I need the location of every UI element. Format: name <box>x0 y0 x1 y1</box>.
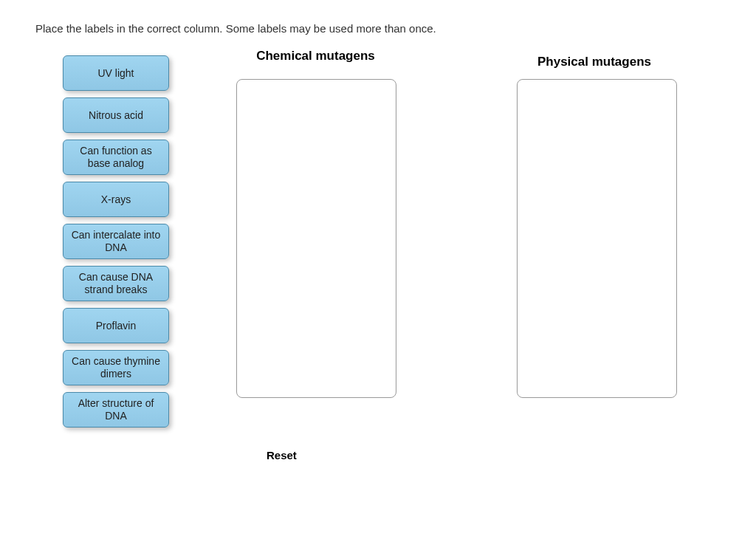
label-proflavin[interactable]: Proflavin <box>63 308 169 343</box>
label-alter-structure-dna[interactable]: Alter structure of DNA <box>63 392 169 428</box>
label-nitrous-acid[interactable]: Nitrous acid <box>63 97 169 133</box>
column-header-chemical: Chemical mutagens <box>236 49 395 63</box>
drop-zone-physical[interactable] <box>517 79 677 398</box>
label-dna-strand-breaks[interactable]: Can cause DNA strand breaks <box>63 266 169 301</box>
instructions-text: Place the labels in the correct column. … <box>35 22 436 35</box>
label-intercalate-dna[interactable]: Can intercalate into DNA <box>63 224 169 259</box>
drop-zone-chemical[interactable] <box>236 79 396 398</box>
labels-source-column: UV light Nitrous acid Can function as ba… <box>63 55 169 428</box>
label-thymine-dimers[interactable]: Can cause thymine dimers <box>63 350 169 385</box>
label-x-rays[interactable]: X-rays <box>63 182 169 217</box>
column-header-physical: Physical mutagens <box>487 55 701 69</box>
reset-button[interactable]: Reset <box>267 449 297 461</box>
label-uv-light[interactable]: UV light <box>63 55 169 91</box>
label-base-analog[interactable]: Can function as base analog <box>63 140 169 175</box>
